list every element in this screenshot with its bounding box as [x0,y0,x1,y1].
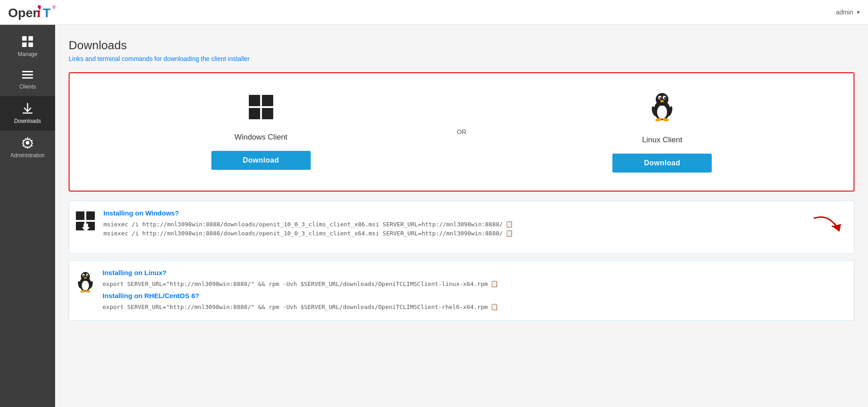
gear-icon [22,137,33,150]
svg-point-37 [82,281,89,290]
sidebar-item-clients[interactable]: Clients [0,64,55,96]
svg-text:Open: Open [8,6,41,20]
sidebar-administration-label: Administration [10,152,45,159]
page-title: Downloads [69,38,854,52]
copy-cmd2-button[interactable]: 📋 [505,229,513,237]
svg-rect-7 [22,42,27,47]
svg-point-38 [81,272,90,281]
install-linux-card: Installing on Linux? export SERVER_URL="… [69,260,854,321]
username-label: admin [836,9,853,16]
svg-rect-5 [22,36,27,41]
svg-rect-16 [249,108,260,119]
main-content: Downloads Links and terminal commands fo… [55,25,868,407]
red-arrow-annotation [810,209,846,245]
svg-text:T: T [43,6,51,20]
install-windows-cmd2: msiexec /i http://mnl3098win:8888/downlo… [103,229,803,237]
sidebar-item-administration[interactable]: Administration [0,131,55,165]
svg-rect-15 [262,95,273,106]
windows-download-button[interactable]: Download [211,151,311,170]
install-windows-icon [75,211,96,236]
logo: Open i T ® [7,3,57,22]
svg-rect-6 [28,36,33,41]
install-rhel-title: Installing on RHEL/CentOS 6? [103,292,846,299]
svg-point-25 [660,100,664,103]
svg-point-4 [38,5,41,9]
sidebar-item-downloads[interactable]: Downloads [0,96,55,131]
user-menu[interactable]: admin ▼ [836,9,861,16]
svg-rect-10 [22,74,33,75]
svg-rect-30 [76,211,84,220]
svg-rect-8 [28,42,33,47]
svg-rect-12 [23,112,33,114]
install-windows-cmd1: msiexec /i http://mnl3098win:8888/downlo… [103,220,803,228]
header: Open i T ® admin ▼ [0,0,868,25]
install-windows-card: Installing on Windows? msiexec /i http:/… [69,201,854,254]
svg-point-23 [659,97,661,99]
sidebar-manage-label: Manage [18,51,37,57]
install-linux-icon [75,271,95,298]
copy-linux-cmd1-button[interactable]: 📋 [490,280,498,287]
svg-rect-31 [86,211,95,220]
layout: Manage Clients Downloads [0,25,868,407]
svg-point-42 [87,275,88,276]
svg-rect-32 [76,222,84,230]
linux-icon [648,91,676,129]
download-cards-wrapper: Windows Client Download OR [69,72,854,192]
svg-point-43 [84,277,87,279]
svg-rect-17 [262,108,273,119]
install-windows-title: Installing on Windows? [103,209,803,217]
windows-icon [248,94,274,126]
page-subtitle: Links and terminal commands for download… [69,55,854,62]
download-cards: Windows Client Download OR [70,73,854,191]
svg-rect-14 [249,95,260,106]
sidebar-downloads-label: Downloads [14,118,41,124]
svg-rect-9 [22,71,33,72]
install-linux-content: Installing on Linux? export SERVER_URL="… [103,269,846,312]
svg-point-24 [664,97,666,99]
user-dropdown-arrow: ▼ [856,9,861,15]
logo-svg: Open i T ® [7,3,57,22]
copy-cmd1-button[interactable]: 📋 [505,220,513,228]
copy-rhel-cmd1-button[interactable]: 📋 [490,303,498,310]
install-rhel-cmd1: export SERVER_URL="http://mnl3098win:888… [103,303,846,310]
svg-point-20 [656,93,668,106]
install-linux-cmd1: export SERVER_URL="http://mnl3098win:888… [103,280,846,287]
svg-rect-11 [22,77,33,79]
grid-icon [22,36,33,49]
download-icon [22,103,33,116]
or-divider: OR [453,73,471,191]
svg-point-41 [83,275,84,276]
svg-point-19 [657,105,667,119]
windows-client-label: Windows Client [234,133,287,142]
install-linux-title: Installing on Linux? [103,269,846,276]
linux-client-label: Linux Client [642,136,682,145]
svg-text:®: ® [52,5,56,10]
clients-icon [22,70,33,82]
svg-point-13 [26,141,29,145]
sidebar-clients-label: Clients [19,84,36,90]
sidebar-item-manage[interactable]: Manage [0,29,55,64]
windows-download-card: Windows Client Download [70,73,453,191]
sidebar: Manage Clients Downloads [0,25,55,407]
install-windows-content: Installing on Windows? msiexec /i http:/… [103,209,803,239]
linux-download-button[interactable]: Download [612,154,712,173]
linux-download-card: Linux Client Download [471,73,854,191]
